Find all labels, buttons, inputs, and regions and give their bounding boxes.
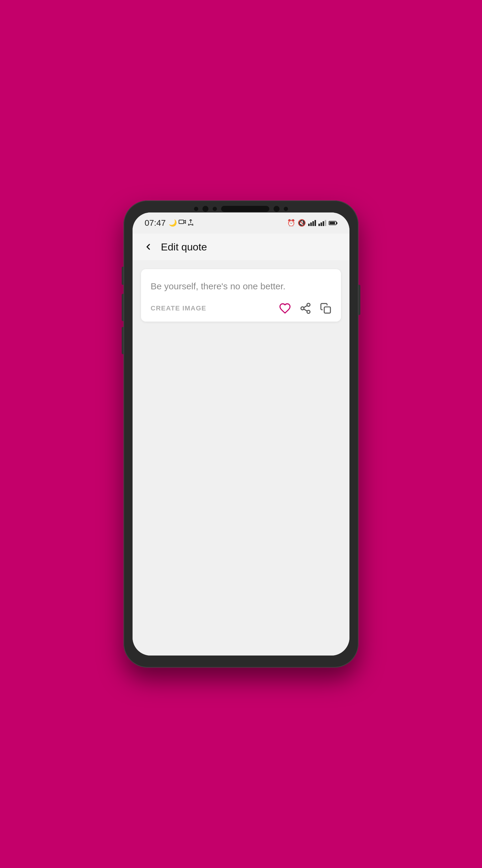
- camera-dot-left: [194, 207, 198, 211]
- status-bar: 07:47 🌙: [133, 213, 349, 234]
- status-right-icons: ⏰ 🔇: [287, 219, 338, 227]
- svg-rect-6: [324, 307, 330, 313]
- data-saver-icon: [188, 219, 194, 227]
- quote-text: Be yourself, there's no one better.: [151, 280, 331, 293]
- volume-down-button[interactable]: [122, 327, 124, 354]
- favorite-button[interactable]: [279, 302, 291, 314]
- page-title: Edit quote: [161, 241, 207, 253]
- quote-actions: CREATE IMAGE: [151, 302, 331, 314]
- mute-button[interactable]: [122, 267, 124, 285]
- copy-button[interactable]: [320, 303, 331, 314]
- quote-card: Be yourself, there's no one better. CREA…: [141, 269, 341, 321]
- phone-screen: 07:47 🌙: [133, 213, 349, 655]
- signal-bars-icon: [308, 220, 316, 226]
- action-icons-group: [279, 302, 331, 314]
- volume-up-button[interactable]: [122, 294, 124, 321]
- phone-frame: 07:47 🌙: [124, 200, 358, 668]
- status-left-icons: 🌙: [169, 219, 194, 227]
- power-button[interactable]: [358, 285, 360, 315]
- camera-dot-right: [274, 206, 280, 212]
- svg-rect-0: [179, 220, 184, 224]
- main-content: Be yourself, there's no one better. CREA…: [133, 260, 349, 655]
- phone-speaker: [221, 206, 269, 212]
- moon-icon: 🌙: [169, 219, 177, 227]
- phone-notch: [170, 206, 312, 212]
- svg-line-5: [304, 306, 307, 308]
- alarm-icon: ⏰: [287, 219, 295, 227]
- camera-dot-main: [202, 206, 208, 212]
- camera-dot-far-right: [284, 207, 288, 211]
- back-button[interactable]: [141, 240, 155, 253]
- create-image-button[interactable]: CREATE IMAGE: [151, 304, 206, 312]
- mute-icon: 🔇: [298, 219, 306, 227]
- signal-bars2-icon: [318, 220, 326, 226]
- screen-record-icon: [179, 219, 186, 227]
- status-time: 07:47: [144, 218, 166, 228]
- camera-dot-center: [213, 207, 217, 211]
- app-bar: Edit quote: [133, 234, 349, 260]
- svg-line-4: [304, 309, 307, 311]
- share-button[interactable]: [299, 302, 312, 314]
- battery-icon: [329, 221, 338, 225]
